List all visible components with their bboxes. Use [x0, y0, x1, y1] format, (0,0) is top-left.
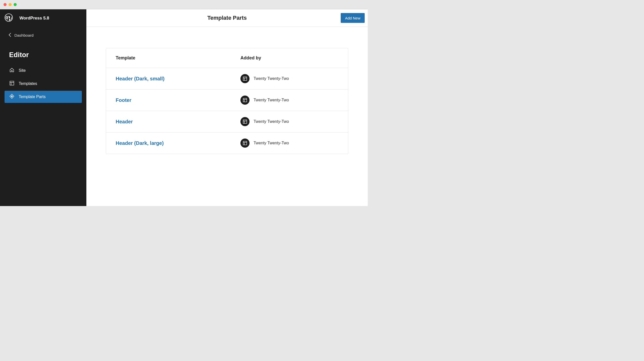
content-area: Template Added by Header (Dark, small)Tw…: [86, 27, 368, 175]
template-name-link[interactable]: Footer: [116, 97, 240, 103]
wordpress-logo-icon: [5, 13, 13, 23]
added-by-cell: Twenty Twenty-Two: [240, 96, 338, 105]
svg-rect-9: [243, 98, 247, 102]
svg-rect-6: [243, 77, 247, 80]
template-name-link[interactable]: Header: [116, 119, 240, 125]
main-header: Template Parts Add New: [86, 9, 368, 27]
app-window: WordPress 5.8 Dashboard Editor Site: [0, 0, 368, 206]
col-header-added-by: Added by: [240, 55, 338, 61]
sidebar: WordPress 5.8 Dashboard Editor Site: [0, 9, 86, 206]
added-by-cell: Twenty Twenty-Two: [240, 139, 338, 148]
added-by-cell: Twenty Twenty-Two: [240, 117, 338, 126]
table-row: FooterTwenty Twenty-Two: [106, 89, 348, 111]
template-parts-table: Template Added by Header (Dark, small)Tw…: [106, 48, 348, 154]
chevron-left-icon: [9, 33, 11, 38]
page-title: Template Parts: [207, 15, 247, 21]
template-parts-icon: [9, 94, 15, 100]
nav-item-template-parts[interactable]: Template Parts: [5, 91, 82, 103]
theme-layout-icon: [240, 74, 250, 83]
table-row: HeaderTwenty Twenty-Two: [106, 111, 348, 132]
app-body: WordPress 5.8 Dashboard Editor Site: [0, 9, 368, 206]
home-icon: [9, 67, 15, 74]
traffic-lights: [4, 3, 17, 6]
minimize-window-button[interactable]: [9, 3, 12, 6]
theme-layout-icon: [240, 139, 250, 148]
theme-name-label: Twenty Twenty-Two: [254, 141, 289, 145]
nav-item-site[interactable]: Site: [5, 64, 82, 77]
nav-item-label: Template Parts: [19, 95, 46, 99]
nav-item-label: Site: [19, 68, 26, 73]
maximize-window-button[interactable]: [14, 3, 17, 6]
svg-rect-5: [11, 95, 13, 97]
svg-rect-1: [10, 81, 14, 85]
added-by-cell: Twenty Twenty-Two: [240, 74, 338, 83]
layout-icon: [9, 80, 15, 87]
table-header-row: Template Added by: [106, 48, 348, 68]
theme-layout-icon: [240, 117, 250, 126]
svg-rect-15: [243, 141, 247, 145]
table-row: Header (Dark, small)Twenty Twenty-Two: [106, 68, 348, 89]
back-link-label: Dashboard: [14, 33, 34, 38]
template-name-link[interactable]: Header (Dark, large): [116, 140, 240, 146]
sidebar-header: WordPress 5.8: [0, 13, 86, 30]
svg-rect-12: [243, 120, 247, 123]
sidebar-section-title: Editor: [0, 51, 86, 59]
nav-item-label: Templates: [19, 81, 37, 86]
product-title: WordPress 5.8: [19, 16, 49, 21]
table-body: Header (Dark, small)Twenty Twenty-TwoFoo…: [106, 68, 348, 154]
theme-name-label: Twenty Twenty-Two: [254, 76, 289, 81]
close-window-button[interactable]: [4, 3, 7, 6]
template-name-link[interactable]: Header (Dark, small): [116, 76, 240, 82]
back-to-dashboard-link[interactable]: Dashboard: [0, 30, 86, 40]
sidebar-nav: Site Templates Template Parts: [0, 64, 86, 103]
theme-name-label: Twenty Twenty-Two: [254, 119, 289, 124]
nav-item-templates[interactable]: Templates: [5, 78, 82, 90]
table-row: Header (Dark, large)Twenty Twenty-Two: [106, 132, 348, 154]
col-header-template: Template: [116, 55, 240, 61]
main-panel: Template Parts Add New Template Added by…: [86, 9, 368, 206]
titlebar: [0, 0, 368, 9]
theme-layout-icon: [240, 96, 250, 105]
theme-name-label: Twenty Twenty-Two: [254, 98, 289, 102]
add-new-button[interactable]: Add New: [341, 13, 365, 23]
